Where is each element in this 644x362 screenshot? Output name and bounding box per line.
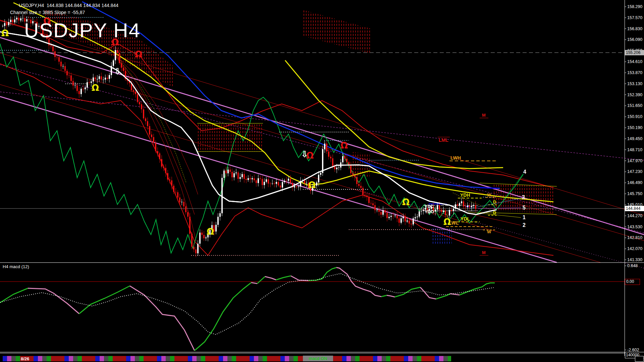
- signal-block: [413, 356, 417, 361]
- price-tick-label: 152.390: [627, 93, 642, 97]
- signal-block: [293, 356, 298, 361]
- price-tick-label: 153.130: [627, 81, 642, 86]
- signal-block: [82, 356, 95, 361]
- chart-label-w: W: [487, 229, 491, 234]
- chart-label-m: M: [482, 113, 486, 118]
- omega-signal-icon: Ω: [308, 180, 316, 190]
- signal-block: [166, 356, 170, 361]
- price-tick-label: 156.090: [627, 37, 642, 42]
- signal-block: [139, 356, 144, 361]
- price-tick-label: 156.830: [627, 26, 642, 31]
- price-tick-label: 144.270: [627, 214, 642, 218]
- chart-label-2: 2: [523, 222, 526, 228]
- omega-signal-icon: Ω: [402, 197, 410, 207]
- signal-block: [113, 356, 126, 361]
- signal-block: [417, 356, 421, 361]
- price-tick-label: 146.490: [627, 180, 642, 185]
- signal-block: [47, 356, 51, 361]
- signal-block: [404, 356, 408, 361]
- blue-seg-3: [480, 188, 497, 188]
- macd-main-segment: [130, 286, 195, 351]
- omega-signal-icon: Ω: [443, 217, 451, 227]
- chart-label-5: 5: [523, 205, 526, 210]
- macd-main-segment: [420, 287, 436, 299]
- price-tick-label: 145.750: [627, 191, 642, 196]
- chart-label-ydo: YDO: [425, 209, 434, 214]
- signal-block: [219, 356, 223, 361]
- signal-block: [386, 356, 390, 361]
- price-tick-label: 150.190: [627, 125, 642, 130]
- chart-title-ohlc: USDJPY,H4 144.838 144.844 144.834 144.84…: [19, 3, 118, 8]
- signal-strip[interactable]: [3, 356, 451, 361]
- signal-block: [232, 356, 236, 361]
- signal-block: [3, 356, 7, 361]
- chart-label-lml: LML: [439, 137, 448, 143]
- signal-block: [157, 356, 161, 361]
- signal-block: [135, 356, 139, 361]
- signal-block: [108, 356, 113, 361]
- signal-block: [161, 356, 166, 361]
- signal-block: [377, 356, 382, 361]
- signal-strip-endbox: [635, 356, 644, 362]
- macd-zero-tag: 0.00: [625, 279, 640, 285]
- trading-terminal: MLMLLWHYDHWDDYDCYDOYDLLWLWM43512ΩΩΩΩΩΩΩΩ…: [0, 0, 644, 362]
- channel-info-label: Channel size = 3885 Slope = -55,87: [10, 10, 85, 15]
- bottom-separator-2: [0, 353, 644, 353]
- signal-block: [236, 356, 250, 361]
- omega-signal-icon: Ω: [340, 140, 348, 150]
- macd-main-segment: [381, 295, 387, 297]
- chart-label-w: W: [487, 192, 491, 197]
- price-tick-label: 149.450: [627, 136, 642, 141]
- omega-signal-icon: Ω: [92, 83, 99, 93]
- signal-block: [267, 356, 280, 361]
- signal-block: [355, 356, 360, 361]
- signal-block: [144, 356, 157, 361]
- macd-main-segment: [309, 267, 336, 281]
- signal-block: [448, 356, 451, 361]
- signal-block: [382, 356, 386, 361]
- price-tick-label: 142.070: [627, 246, 642, 251]
- signal-block: [360, 356, 373, 361]
- macd-on-button[interactable]: macd ON: [303, 356, 333, 361]
- omega-signal-icon: Ω: [135, 49, 142, 59]
- signal-block: [250, 356, 254, 361]
- macd-main-segment: [0, 288, 28, 303]
- signal-block: [174, 356, 188, 361]
- signal-block: [197, 356, 201, 361]
- price-tick-label: 158.290: [627, 4, 642, 9]
- signal-block: [170, 356, 174, 361]
- chart-label-ydh: YDH: [460, 192, 470, 198]
- level-price-tag: 155.206: [625, 50, 644, 55]
- signal-block: [435, 356, 439, 361]
- macd-main-segment: [276, 276, 291, 280]
- chart-canvas[interactable]: MLMLLWHYDHWDDYDCYDOYDLLWLWM43512ΩΩΩΩΩΩΩΩ…: [0, 0, 644, 362]
- symbol-watermark: USDJPY H4: [24, 19, 141, 42]
- price-tick-label: 153.870: [627, 70, 642, 75]
- signal-block: [16, 356, 20, 361]
- macd-signal-line: [0, 274, 494, 335]
- price-tick-label: 142.810: [627, 235, 642, 240]
- signal-block: [342, 356, 346, 361]
- current-price-tag: 144.844: [625, 206, 644, 211]
- price-tick-label: 143.530: [627, 225, 642, 229]
- arrow-down-icon: ⇩: [114, 66, 121, 76]
- signal-block: [188, 356, 192, 361]
- macd-main-segment: [395, 287, 420, 297]
- bottom-separator-1: [0, 352, 644, 352]
- signal-block: [346, 356, 351, 361]
- signal-block: [373, 356, 377, 361]
- chart-label-1: 1: [523, 215, 526, 220]
- chart-label-lwh: LWH: [450, 155, 461, 161]
- macd-tick-label: 0.648: [627, 263, 638, 268]
- yellow-ma-steep: [285, 60, 503, 169]
- macd-main-segment: [28, 288, 79, 314]
- macd-main-segment: [251, 283, 257, 284]
- signal-block: [443, 356, 448, 361]
- signal-block: [130, 356, 135, 361]
- signal-block: [227, 356, 232, 361]
- price-tick-label: 147.230: [627, 169, 642, 174]
- panel-separator[interactable]: [0, 262, 644, 263]
- violet-channel-upper: [0, 38, 644, 235]
- macd-main-segment: [291, 276, 309, 281]
- signal-block: [11, 356, 16, 361]
